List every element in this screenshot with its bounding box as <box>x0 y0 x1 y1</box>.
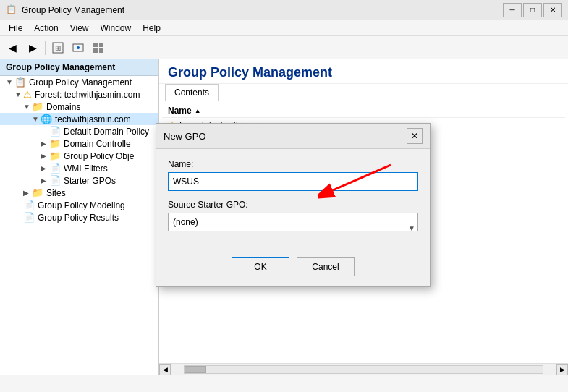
gpo-name-input[interactable] <box>168 172 418 191</box>
dialog-titlebar: New GPO ✕ <box>156 124 430 149</box>
dialog-body: Name: Source Starter GPO: (none) ▼ OK Ca… <box>156 149 430 286</box>
dialog-title: New GPO <box>164 131 206 142</box>
source-starter-select[interactable]: (none) <box>168 213 418 231</box>
ok-button[interactable]: OK <box>232 257 289 276</box>
new-gpo-dialog: New GPO ✕ Name: Source Starter GPO: (non… <box>156 123 431 287</box>
source-field-label: Source Starter GPO: <box>168 200 418 210</box>
dialog-close-button[interactable]: ✕ <box>407 128 423 144</box>
source-select-wrapper: (none) ▼ <box>168 213 418 243</box>
name-field-label: Name: <box>168 159 418 169</box>
cancel-button[interactable]: Cancel <box>297 257 355 276</box>
dialog-buttons: OK Cancel <box>168 255 418 276</box>
